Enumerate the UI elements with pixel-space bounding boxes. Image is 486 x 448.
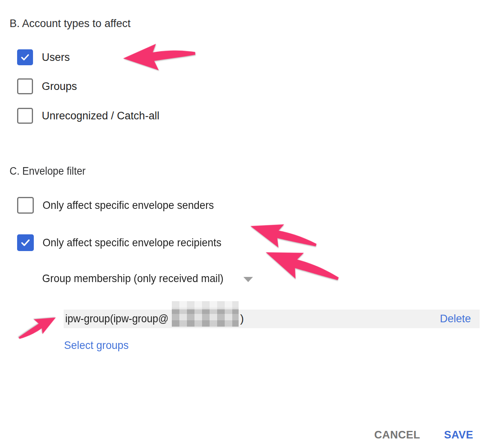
annotation-arrow-group-row	[14, 308, 62, 346]
redacted-email-blur	[172, 301, 239, 327]
groups-checkbox[interactable]	[17, 78, 33, 94]
unrecognized-checkbox-label: Unrecognized / Catch-all	[42, 110, 159, 122]
section-c-heading: C. Envelope filter	[10, 165, 86, 177]
group-name-text: ipw-group(ipw-group@	[65, 310, 169, 328]
dialog-footer: CANCEL SAVE	[374, 429, 473, 441]
users-checkbox-label: Users	[42, 51, 70, 64]
check-icon	[20, 52, 30, 62]
envelope-recipients-checkbox[interactable]	[17, 234, 34, 251]
delete-group-link[interactable]: Delete	[440, 310, 471, 328]
check-icon	[20, 237, 31, 248]
cancel-button[interactable]: CANCEL	[374, 429, 420, 441]
section-b-heading: B. Account types to affect	[10, 18, 130, 30]
checkbox-row-envelope-recipients[interactable]: Only affect specific envelope recipients	[17, 234, 235, 251]
save-button[interactable]: SAVE	[444, 429, 473, 441]
groups-checkbox-label: Groups	[42, 80, 77, 93]
checkbox-row-unrecognized[interactable]: Unrecognized / Catch-all	[17, 108, 159, 124]
annotation-arrow-users	[119, 39, 196, 74]
checkbox-row-users[interactable]: Users	[17, 49, 70, 65]
users-checkbox[interactable]	[17, 49, 33, 65]
checkbox-row-groups[interactable]: Groups	[17, 78, 77, 94]
select-groups-link[interactable]: Select groups	[64, 339, 129, 352]
group-row: ipw-group(ipw-group@ ) Delete	[64, 310, 480, 328]
envelope-senders-checkbox-label: Only affect specific envelope senders	[43, 199, 214, 212]
settings-panel: B. Account types to affect Users Groups …	[0, 0, 486, 448]
checkbox-row-envelope-senders[interactable]: Only affect specific envelope senders	[17, 197, 227, 214]
group-membership-dropdown-value: Group membership (only received mail)	[42, 272, 224, 285]
envelope-recipients-checkbox-label: Only affect specific envelope recipients	[43, 236, 222, 249]
unrecognized-checkbox[interactable]	[17, 108, 33, 124]
envelope-senders-checkbox[interactable]	[17, 197, 34, 214]
group-membership-dropdown[interactable]: Group membership (only received mail)	[42, 272, 237, 285]
group-name-suffix: )	[240, 310, 244, 328]
chevron-down-icon	[243, 277, 253, 282]
